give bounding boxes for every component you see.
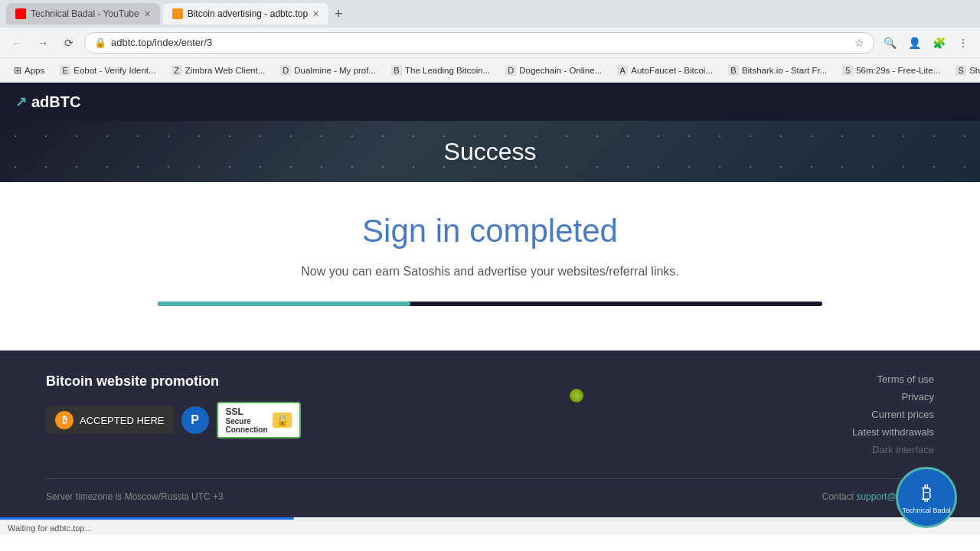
site-logo[interactable]: ↗ adBTC — [15, 93, 80, 111]
bookmark-dualmine-favicon: D — [280, 65, 291, 76]
bookmark-zimbra-favicon: Z — [172, 65, 182, 76]
privacy-link[interactable]: Privacy — [852, 391, 934, 403]
bookmark-shortlinks[interactable]: S Shortlinks | BTC Fau... — [949, 64, 980, 77]
hero-title: Success — [444, 138, 537, 166]
browser-title-bar: Technical Badal - YouTube ✕ Bitcoin adve… — [0, 0, 980, 28]
bookmark-zimbra[interactable]: Z Zimbra Web Client... — [165, 64, 272, 77]
bookmark-autofaucet[interactable]: A AutoFaucet - Bitcoi... — [611, 64, 719, 77]
search-icon-btn[interactable]: 🔍 — [879, 32, 900, 54]
footer-badges: ₿ ACCEPTED HERE P SSL Secure Connection — [46, 402, 301, 439]
avatar-btc-icon: ₿ — [922, 481, 932, 505]
site-footer: Bitcoin website promotion ₿ ACCEPTED HER… — [0, 350, 980, 517]
avatar-label: Technical Badal — [902, 507, 950, 514]
tab-youtube-label: Technical Badal - YouTube — [31, 8, 139, 19]
browser-frame: Technical Badal - YouTube ✕ Bitcoin adve… — [0, 0, 980, 535]
bookmark-apps[interactable]: ⊞ Apps — [8, 64, 51, 77]
footer-inner: Bitcoin website promotion ₿ ACCEPTED HER… — [46, 373, 934, 455]
tab-youtube-close[interactable]: ✕ — [144, 9, 151, 19]
tab-adbtc-label: Bitcoin advertising - adbtc.top — [188, 8, 308, 19]
ssl-badge: SSL Secure Connection 🔒 — [217, 402, 301, 439]
bookmark-leading-label: The Leading Bitcoin... — [405, 66, 490, 75]
bookmark-bitshark-label: Bitshark.io - Start Fr... — [742, 66, 827, 75]
hero-banner: Success — [0, 121, 980, 182]
new-tab-button[interactable]: + — [335, 6, 343, 22]
tab-youtube[interactable]: Technical Badal - YouTube ✕ — [6, 3, 160, 24]
tab-adbtc-close[interactable]: ✕ — [312, 9, 319, 19]
browser-nav-bar: ← → ⟳ 🔒 adbtc.top/index/enter/3 ☆ 🔍 👤 🧩 … — [0, 28, 980, 58]
tab-youtube-favicon — [15, 8, 26, 19]
bookmark-eobot[interactable]: E Eobot - Verify Ident... — [54, 64, 162, 77]
terms-of-use-link[interactable]: Terms of use — [852, 373, 934, 385]
bookmark-dogechain-favicon: D — [505, 65, 516, 76]
bookmark-autofaucet-favicon: A — [617, 65, 628, 76]
success-subtitle: Now you can earn Satoshis and advertise … — [15, 265, 965, 279]
footer-promo-title: Bitcoin website promotion — [46, 373, 301, 390]
btc-badge-text: ACCEPTED HERE — [80, 415, 165, 426]
bookmark-shortlinks-label: Shortlinks | BTC Fau... — [969, 66, 980, 75]
bookmarks-bar: ⊞ Apps E Eobot - Verify Ident... Z Zimbr… — [0, 58, 980, 83]
browser-loading-bar — [0, 517, 980, 520]
progress-bar-fill — [158, 302, 410, 306]
payeer-letter: P — [191, 413, 199, 427]
settings-icon-btn[interactable]: ⋮ — [952, 32, 974, 54]
bookmark-leading-favicon: B — [391, 65, 402, 76]
bookmark-autofaucet-label: AutoFaucet - Bitcoi... — [631, 66, 713, 75]
latest-withdrawals-link[interactable]: Latest withdrawals — [852, 426, 934, 438]
btc-accepted-badge: ₿ ACCEPTED HERE — [46, 406, 174, 434]
bookmark-eobot-label: Eobot - Verify Ident... — [74, 66, 155, 75]
bookmark-56m[interactable]: 5 56m:29s - Free-Lite... — [836, 64, 946, 77]
bookmark-eobot-favicon: E — [60, 65, 70, 76]
current-prices-link[interactable]: Current prices — [852, 409, 934, 420]
status-bar: Waiting for adbtc.top... — [0, 520, 980, 535]
logo-text: adBTC — [31, 93, 80, 111]
logo-arrow-icon: ↗ — [15, 93, 27, 110]
footer-center — [301, 373, 853, 419]
address-bar[interactable]: 🔒 adbtc.top/index/enter/3 ☆ — [84, 32, 874, 54]
bookmark-dogechain[interactable]: D Dogechain - Online... — [499, 64, 608, 77]
footer-timezone: Server timezone is Moscow/Russia UTC +3 — [46, 491, 224, 502]
tab-adbtc-favicon — [172, 8, 183, 19]
nav-icons: 🔍 👤 🧩 ⋮ — [879, 32, 974, 54]
footer-left: Bitcoin website promotion ₿ ACCEPTED HER… — [46, 373, 301, 439]
success-title: Sign in completed — [15, 213, 965, 249]
bookmark-bitshark[interactable]: B Bitshark.io - Start Fr... — [722, 64, 833, 77]
bookmark-dualmine[interactable]: D Dualmine - My prof... — [274, 64, 382, 77]
page-content: ↗ adBTC Success Sign in completed Now yo… — [0, 83, 980, 517]
forward-button[interactable]: → — [32, 32, 54, 54]
status-text: Waiting for adbtc.top... — [8, 523, 92, 533]
site-navbar: ↗ adBTC — [0, 83, 980, 121]
bookmark-bitshark-favicon: B — [728, 65, 739, 76]
bookmark-dualmine-label: Dualmine - My prof... — [294, 66, 376, 75]
back-button[interactable]: ← — [6, 32, 28, 54]
extensions-icon-btn[interactable]: 🧩 — [928, 32, 949, 54]
ssl-text: SSL Secure Connection — [226, 406, 268, 434]
lock-icon: 🔒 — [94, 37, 106, 48]
ssl-lock-icon: 🔒 — [273, 412, 292, 428]
bookmark-leading-bitcoin[interactable]: B The Leading Bitcoin... — [385, 64, 496, 77]
bookmark-dogechain-label: Dogechain - Online... — [519, 66, 602, 75]
apps-icon: ⊞ — [14, 65, 21, 76]
tab-adbtc[interactable]: Bitcoin advertising - adbtc.top ✕ — [163, 3, 328, 24]
payeer-badge: P — [181, 406, 209, 434]
bookmark-star-icon[interactable]: ☆ — [854, 37, 864, 49]
footer-center-space — [301, 373, 853, 419]
bookmark-apps-label: Apps — [24, 66, 44, 75]
dark-interface-link[interactable]: Dark interface — [852, 444, 934, 455]
progress-bar-container — [158, 302, 822, 306]
browser-loading-fill — [0, 517, 294, 520]
bookmark-zimbra-label: Zimbra Web Client... — [185, 66, 266, 75]
cursor-dot — [570, 389, 583, 403]
bookmark-shortlinks-favicon: S — [956, 65, 966, 76]
footer-bottom: Server timezone is Moscow/Russia UTC +3 … — [46, 478, 934, 502]
bookmark-56m-label: 56m:29s - Free-Lite... — [856, 66, 940, 75]
contact-label: Contact — [822, 491, 854, 502]
footer-right: Terms of use Privacy Current prices Late… — [852, 373, 934, 455]
profile-icon-btn[interactable]: 👤 — [903, 32, 925, 54]
ssl-line2: Secure — [226, 417, 268, 425]
ssl-line3: Connection — [226, 425, 268, 434]
main-content: Sign in completed Now you can earn Satos… — [0, 182, 980, 335]
bookmark-56m-favicon: 5 — [842, 65, 853, 76]
user-avatar-bubble[interactable]: ₿ Technical Badal — [896, 467, 957, 528]
reload-button[interactable]: ⟳ — [58, 32, 80, 54]
btc-icon: ₿ — [55, 411, 74, 429]
